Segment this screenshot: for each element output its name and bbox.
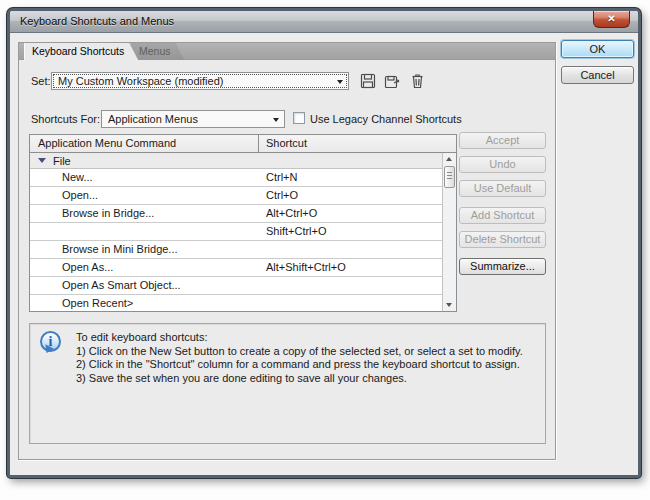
use-default-button[interactable]: Use Default <box>459 180 546 197</box>
ok-button[interactable]: OK <box>561 40 634 58</box>
scroll-down-icon[interactable] <box>443 298 456 311</box>
info-line: 1) Click on the New Set button to create… <box>76 345 537 359</box>
shortcuts-for-dropdown[interactable]: Application Menus <box>101 110 285 128</box>
table-rows: File New... Ctrl+N Open... Ctrl+O Browse… <box>30 153 442 311</box>
close-icon[interactable]: ✕ <box>593 11 630 28</box>
info-text: To edit keyboard shortcuts: 1) Click on … <box>76 331 537 385</box>
set-dropdown-value: My Custom Workspace (modified) <box>58 75 223 87</box>
info-box: i To edit keyboard shortcuts: 1) Click o… <box>29 323 546 444</box>
undo-button[interactable]: Undo <box>459 156 546 173</box>
shortcut-cell[interactable]: Alt+Shift+Ctrl+O <box>258 259 346 276</box>
cancel-button[interactable]: Cancel <box>561 66 634 84</box>
command-cell[interactable]: Open Recent> <box>30 295 258 311</box>
scrollbar-thumb[interactable] <box>444 166 455 188</box>
shortcut-table: Application Menu Command Shortcut File N… <box>29 134 457 312</box>
command-cell[interactable]: New... <box>30 169 258 186</box>
table-row[interactable]: Open As Smart Object... <box>30 277 442 295</box>
table-row[interactable]: Shift+Ctrl+O <box>30 223 442 241</box>
table-row[interactable]: Browse in Mini Bridge... <box>30 241 442 259</box>
accept-button[interactable]: Accept <box>459 132 546 149</box>
table-row[interactable]: Open Recent> <box>30 295 442 311</box>
chevron-down-icon <box>337 80 343 84</box>
scrollbar-grip <box>447 175 452 176</box>
shortcut-cell[interactable]: Shift+Ctrl+O <box>258 223 327 240</box>
table-row[interactable]: Open... Ctrl+O <box>30 187 442 205</box>
add-shortcut-button[interactable]: Add Shortcut <box>459 207 546 224</box>
shortcuts-for-label: Shortcuts For: <box>31 113 100 125</box>
vertical-scrollbar[interactable] <box>442 153 456 311</box>
save-set-as-icon[interactable] <box>383 72 401 90</box>
command-cell[interactable]: Browse in Bridge... <box>30 205 258 222</box>
legacy-channel-label: Use Legacy Channel Shortcuts <box>310 113 462 125</box>
set-label: Set: <box>31 75 51 87</box>
column-divider <box>258 135 259 152</box>
titlebar[interactable]: Keyboard Shortcuts and Menus ✕ <box>10 11 638 33</box>
command-cell[interactable] <box>30 223 258 240</box>
command-cell[interactable]: Open As... <box>30 259 258 276</box>
shortcut-cell[interactable]: Alt+Ctrl+O <box>258 205 317 222</box>
table-header: Application Menu Command Shortcut <box>30 135 456 153</box>
shortcut-cell[interactable]: Ctrl+N <box>258 169 297 186</box>
collapse-triangle-icon[interactable] <box>38 158 46 163</box>
table-row[interactable]: Open As... Alt+Shift+Ctrl+O <box>30 259 442 277</box>
table-row[interactable]: Browse in Bridge... Alt+Ctrl+O <box>30 205 442 223</box>
shortcut-cell[interactable] <box>258 241 266 258</box>
keyboard-shortcuts-dialog: Keyboard Shortcuts and Menus ✕ OK Cancel… <box>7 8 641 478</box>
tab-menus[interactable]: Menus <box>131 43 185 60</box>
delete-shortcut-button[interactable]: Delete Shortcut <box>459 231 546 248</box>
tab-strip: Keyboard Shortcuts Menus <box>19 43 555 60</box>
scroll-up-icon[interactable] <box>443 153 456 166</box>
shortcut-cell[interactable] <box>258 295 266 311</box>
window-title: Keyboard Shortcuts and Menus <box>20 15 174 27</box>
save-set-icon[interactable] <box>359 72 377 90</box>
tab-keyboard-shortcuts[interactable]: Keyboard Shortcuts <box>24 43 138 60</box>
chevron-down-icon <box>273 118 279 122</box>
shortcuts-for-value: Application Menus <box>108 113 198 125</box>
summarize-button[interactable]: Summarize... <box>459 258 546 275</box>
column-header-shortcut: Shortcut <box>266 135 307 152</box>
table-row[interactable]: New... Ctrl+N <box>30 169 442 187</box>
tab-panel: Keyboard Shortcuts Menus Set: My Custom … <box>18 42 556 460</box>
group-row-file[interactable]: File <box>30 153 442 169</box>
group-label: File <box>53 155 71 167</box>
command-cell[interactable]: Browse in Mini Bridge... <box>30 241 258 258</box>
info-icon: i <box>40 331 61 352</box>
shortcut-cell[interactable]: Ctrl+O <box>258 187 298 204</box>
command-cell[interactable]: Open As Smart Object... <box>30 277 258 294</box>
set-dropdown[interactable]: My Custom Workspace (modified) <box>51 72 349 90</box>
shortcut-cell[interactable] <box>258 277 266 294</box>
info-line: To edit keyboard shortcuts: <box>76 331 537 345</box>
info-line: 2) Click in the "Shortcut" column for a … <box>76 358 537 372</box>
dialog-body: OK Cancel Keyboard Shortcuts Menus Set: … <box>10 33 638 475</box>
info-line: 3) Save the set when you are done editin… <box>76 372 537 386</box>
column-header-command: Application Menu Command <box>38 135 176 152</box>
delete-set-icon[interactable] <box>409 72 427 90</box>
legacy-channel-checkbox[interactable] <box>293 112 305 124</box>
command-cell[interactable]: Open... <box>30 187 258 204</box>
